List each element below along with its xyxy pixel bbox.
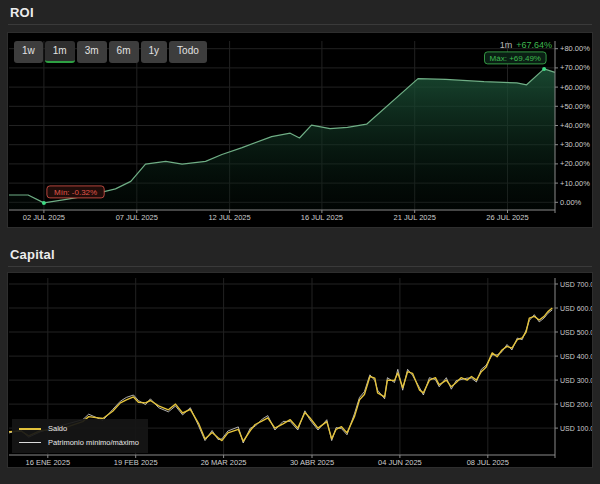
x-tick-label: 21 JUL 2025 xyxy=(394,213,436,222)
x-tick-label: 30 ABR 2025 xyxy=(290,458,334,467)
y-tick-label: USD 100.00 xyxy=(560,425,592,432)
roi-period-value: +67.64% xyxy=(516,40,552,50)
x-tick-label: 08 JUL 2025 xyxy=(467,458,509,467)
roi-chart-panel: 0.00%+10.00%+20.00%+30.00%+40.00%+50.00%… xyxy=(7,32,593,228)
y-tick-label: +60.00% xyxy=(560,83,590,92)
marker-badge-label: Mín: -0.32% xyxy=(54,188,97,197)
range-button-3m[interactable]: 3m xyxy=(77,41,107,63)
capital-title-divider xyxy=(8,266,592,267)
legend-item: Patrimonio mínimo/máximo xyxy=(19,438,139,447)
x-tick-label: 07 JUL 2025 xyxy=(116,213,158,222)
legend-label: Saldo xyxy=(48,424,67,433)
y-tick-label: 0.00% xyxy=(560,198,582,207)
legend-line-swatch xyxy=(19,442,41,443)
capital-chart-panel: USD 100.00USD 200.00USD 300.00USD 400.00… xyxy=(7,272,593,468)
capital-section-title: Capital xyxy=(10,247,55,262)
roi-range-buttons: 1w1m3m6m1yTodo xyxy=(14,41,207,63)
y-tick-label: +30.00% xyxy=(560,140,590,149)
x-tick-label: 02 JUL 2025 xyxy=(23,213,65,222)
legend-line-swatch xyxy=(19,428,41,430)
marker-dot xyxy=(542,67,546,71)
roi-period-label: 1m xyxy=(500,40,513,50)
range-button-1w[interactable]: 1w xyxy=(14,41,43,63)
y-tick-label: USD 600.00 xyxy=(560,305,592,312)
range-button-1m[interactable]: 1m xyxy=(45,41,75,63)
range-button-6m[interactable]: 6m xyxy=(109,41,139,63)
x-tick-label: 16 ENE 2025 xyxy=(25,458,70,467)
capital-legend: SaldoPatrimonio mínimo/máximo xyxy=(12,419,148,453)
y-tick-label: +20.00% xyxy=(560,159,590,168)
y-tick-label: USD 300.00 xyxy=(560,377,592,384)
x-tick-label: 16 JUL 2025 xyxy=(301,213,343,222)
y-tick-label: +70.00% xyxy=(560,63,590,72)
x-tick-label: 26 MAR 2025 xyxy=(201,458,247,467)
range-button-1y[interactable]: 1y xyxy=(141,41,168,63)
legend-label: Patrimonio mínimo/máximo xyxy=(48,438,139,447)
x-tick-label: 19 FEB 2025 xyxy=(114,458,158,467)
legend-item: Saldo xyxy=(19,424,139,433)
marker-badge-label: Máx: +69.49% xyxy=(490,54,541,63)
roi-title-divider xyxy=(8,24,592,25)
x-tick-label: 26 JUL 2025 xyxy=(486,213,528,222)
y-tick-label: +50.00% xyxy=(560,102,590,111)
x-tick-label: 12 JUL 2025 xyxy=(208,213,250,222)
y-tick-label: USD 400.00 xyxy=(560,353,592,360)
x-tick-label: 04 JUN 2025 xyxy=(378,458,422,467)
y-tick-label: +40.00% xyxy=(560,121,590,130)
y-tick-label: +10.00% xyxy=(560,179,590,188)
y-tick-label: +80.00% xyxy=(560,44,590,53)
y-tick-label: USD 500.00 xyxy=(560,329,592,336)
y-tick-label: USD 200.00 xyxy=(560,401,592,408)
y-tick-label: USD 700.00 xyxy=(560,281,592,288)
roi-section-title: ROI xyxy=(10,5,34,20)
roi-period-summary: 1m+67.64% xyxy=(500,40,552,50)
marker-dot xyxy=(42,201,46,205)
range-button-todo[interactable]: Todo xyxy=(169,41,207,63)
